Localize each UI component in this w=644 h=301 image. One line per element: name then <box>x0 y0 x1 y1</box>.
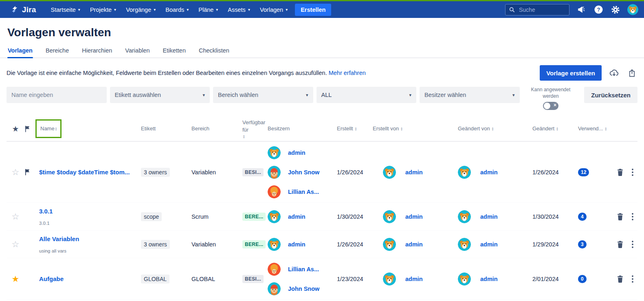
template-name-link[interactable]: Alle Variablen <box>39 235 137 242</box>
header-name[interactable]: Name ▴▾ <box>39 124 141 134</box>
star-column-header-icon[interactable]: ★ <box>7 124 24 134</box>
template-name-link[interactable]: $time $today $dateTime $tom... <box>39 169 137 176</box>
modified-by-avatar <box>458 166 471 179</box>
chevron-down-icon: ▾ <box>78 7 80 12</box>
created-by-link[interactable]: admin <box>405 169 423 176</box>
header-verwendet[interactable]: Verwend... ▴▾ <box>578 125 607 132</box>
learn-more-link[interactable]: Mehr erfahren <box>329 70 366 76</box>
modified-by-cell: admin <box>433 238 532 251</box>
row-kebab-menu-icon[interactable] <box>632 169 633 176</box>
name-filter-input[interactable] <box>7 87 107 103</box>
owner-link[interactable]: Lillian As... <box>268 182 337 202</box>
header-bereich[interactable]: Bereich <box>191 125 242 132</box>
label-filter-value: Etikett auswählen <box>115 92 161 98</box>
owner-avatar <box>268 238 281 251</box>
delete-trash-icon[interactable] <box>617 169 624 176</box>
reset-filters-button[interactable]: Zurücksetzen <box>584 87 637 103</box>
all-filter-value: ALL <box>321 92 332 98</box>
can-apply-toggle[interactable]: × <box>543 102 558 110</box>
nav-item-projekte[interactable]: Projekte ▾ <box>86 4 120 16</box>
created-date: 1/26/2024 <box>337 169 373 176</box>
created-by-avatar <box>383 166 396 179</box>
modified-by-avatar <box>458 272 471 286</box>
owner-avatar <box>268 146 281 159</box>
used-count-badge: 4 <box>578 213 587 221</box>
header-erstellt-von[interactable]: Erstellt von ▴▾ <box>373 125 433 132</box>
delete-trash-icon[interactable] <box>617 213 624 220</box>
help-icon[interactable]: ? <box>593 4 604 15</box>
header-geaendert-von[interactable]: Geändert von ▴▾ <box>433 125 532 132</box>
nav-create-button[interactable]: Erstellen <box>295 4 331 16</box>
row-flag-icon[interactable] <box>24 169 39 176</box>
owner-avatar <box>268 166 281 179</box>
create-template-button[interactable]: Vorlage erstellen <box>540 65 602 81</box>
tab-hierarchien[interactable]: Hierarchien <box>81 47 112 57</box>
sort-icon: ▴▾ <box>55 127 57 131</box>
row-kebab-menu-icon[interactable] <box>632 241 633 248</box>
header-besitzern[interactable]: Besitzern <box>268 125 337 132</box>
owner-filter-select[interactable]: Besitzer wählen ▾ <box>420 87 520 103</box>
row-kebab-menu-icon[interactable] <box>632 275 633 283</box>
tab-vorlagen[interactable]: Vorlagen <box>7 47 33 57</box>
scope-filter-select[interactable]: Bereich wählen ▾ <box>213 87 313 103</box>
label-chip: 3 owners <box>141 168 170 177</box>
can-apply-toggle-block: Kann angewendet werden × <box>528 87 574 110</box>
nav-item-vorgänge[interactable]: Vorgänge ▾ <box>122 4 160 16</box>
tab-etiketten[interactable]: Etiketten <box>163 47 186 57</box>
nav-item-label: Projekte <box>90 7 112 13</box>
owner-link[interactable]: admin <box>268 143 337 163</box>
sort-icon: ▴▾ <box>355 127 357 131</box>
megaphone-icon[interactable] <box>576 4 587 15</box>
modified-by-link[interactable]: admin <box>480 169 498 176</box>
row-kebab-menu-icon[interactable] <box>632 213 633 220</box>
nav-item-pläne[interactable]: Pläne ▾ <box>194 4 222 16</box>
row-star-icon[interactable]: ☆ <box>7 167 24 177</box>
delete-trash-icon[interactable] <box>617 241 624 248</box>
created-by-link[interactable]: admin <box>405 213 423 220</box>
row-star-icon[interactable]: ☆ <box>7 239 24 249</box>
modified-by-link[interactable]: admin <box>480 213 498 220</box>
nav-item-boards[interactable]: Boards ▾ <box>161 4 193 16</box>
row-star-icon[interactable]: ☆ <box>7 212 24 222</box>
modified-date: 1/26/2024 <box>532 169 578 176</box>
sort-icon: ▴▾ <box>492 127 494 131</box>
header-etikett[interactable]: Etikett <box>141 125 191 132</box>
search-input[interactable] <box>518 6 563 13</box>
modified-by-link[interactable]: admin <box>480 276 498 282</box>
owners-cell: admin John Snow Lillian As... <box>268 143 337 202</box>
tab-checklisten[interactable]: Checklisten <box>198 47 230 57</box>
template-name-link[interactable]: 3.0.1 <box>39 208 137 215</box>
created-by-link[interactable]: admin <box>405 276 423 282</box>
owner-link[interactable]: admin <box>268 207 337 226</box>
nav-search-box[interactable] <box>505 4 569 15</box>
user-avatar[interactable] <box>627 4 638 15</box>
owner-link[interactable]: admin <box>268 235 337 254</box>
export-share-icon[interactable] <box>626 68 637 79</box>
jira-logo[interactable]: Jira <box>11 5 36 14</box>
owners-cell: admin <box>268 235 337 254</box>
owner-link[interactable]: Lillian As... <box>268 259 337 279</box>
owner-link[interactable]: John Snow <box>268 279 337 299</box>
created-by-link[interactable]: admin <box>405 241 423 248</box>
tab-bereiche[interactable]: Bereiche <box>45 47 69 57</box>
nav-item-assets[interactable]: Assets ▾ <box>224 4 254 16</box>
delete-trash-icon[interactable] <box>617 275 624 283</box>
import-cloud-download-icon[interactable] <box>608 67 620 79</box>
modified-by-link[interactable]: admin <box>480 241 498 248</box>
header-geaendert[interactable]: Geändert ▴▾ <box>532 125 578 132</box>
created-by-avatar <box>383 272 396 286</box>
settings-gear-icon[interactable] <box>610 4 621 15</box>
header-erstellt[interactable]: Erstellt ▴▾ <box>337 125 373 132</box>
template-name-link[interactable]: Aufgabe <box>39 275 137 282</box>
main-content: Vorlagen verwalten VorlagenBereicheHiera… <box>0 26 644 300</box>
row-star-icon[interactable]: ★ <box>7 274 24 284</box>
tab-variablen[interactable]: Variablen <box>125 47 150 57</box>
chevron-down-icon: ▾ <box>512 92 515 98</box>
header-verfuegbar-fuer[interactable]: Verfügbar für ▴▾ <box>242 119 268 138</box>
owner-link[interactable]: John Snow <box>268 163 337 182</box>
created-by-avatar <box>383 210 396 223</box>
all-filter-select[interactable]: ALL ▾ <box>317 87 417 103</box>
label-filter-select[interactable]: Etikett auswählen ▾ <box>110 87 210 103</box>
nav-item-startseite[interactable]: Startseite ▾ <box>47 4 84 16</box>
nav-item-vorlagen[interactable]: Vorlagen ▾ <box>256 4 292 16</box>
